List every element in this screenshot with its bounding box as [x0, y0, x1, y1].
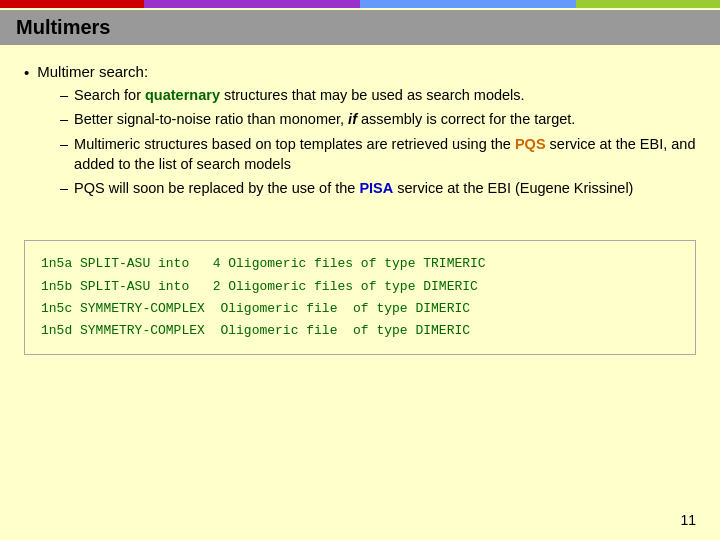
highlight-pqs: PQS — [515, 136, 546, 152]
code-line-3: 1n5c SYMMETRY-COMPLEX Oligomeric file of… — [41, 298, 679, 320]
top-color-bar — [0, 0, 720, 8]
highlight-quaternary: quaternary — [145, 87, 220, 103]
page-number: 11 — [680, 512, 696, 528]
dash-icon-1: – — [60, 85, 68, 105]
highlight-if: if — [348, 111, 357, 127]
dash-text-1: Search for quaternary structures that ma… — [74, 85, 525, 105]
dash-icon-2: – — [60, 109, 68, 129]
page-title: Multimers — [16, 16, 704, 39]
main-content: • Multimer search: – Search for quaterna… — [0, 45, 720, 224]
dash-icon-3: – — [60, 134, 68, 154]
highlight-pisa: PISA — [359, 180, 393, 196]
code-line-4: 1n5d SYMMETRY-COMPLEX Oligomeric file of… — [41, 320, 679, 342]
code-box: 1n5a SPLIT-ASU into 4 Oligomeric files o… — [24, 240, 696, 354]
dash-items: – Search for quaternary structures that … — [60, 85, 696, 198]
bullet-header: • Multimer search: — [24, 63, 696, 81]
dash-item-1: – Search for quaternary structures that … — [60, 85, 696, 105]
dash-icon-4: – — [60, 178, 68, 198]
dash-item-4: – PQS will soon be replaced by the use o… — [60, 178, 696, 198]
bullet-icon: • — [24, 64, 29, 81]
dash-item-3: – Multimeric structures based on top tem… — [60, 134, 696, 175]
dash-text-2: Better signal-to-noise ratio than monome… — [74, 109, 575, 129]
code-line-2: 1n5b SPLIT-ASU into 2 Oligomeric files o… — [41, 276, 679, 298]
dash-text-3: Multimeric structures based on top templ… — [74, 134, 696, 175]
dash-item-2: – Better signal-to-noise ratio than mono… — [60, 109, 696, 129]
title-bar: Multimers — [0, 10, 720, 45]
bullet-section: • Multimer search: – Search for quaterna… — [24, 63, 696, 198]
bullet-label: Multimer search: — [37, 63, 148, 80]
code-line-1: 1n5a SPLIT-ASU into 4 Oligomeric files o… — [41, 253, 679, 275]
dash-text-4: PQS will soon be replaced by the use of … — [74, 178, 633, 198]
